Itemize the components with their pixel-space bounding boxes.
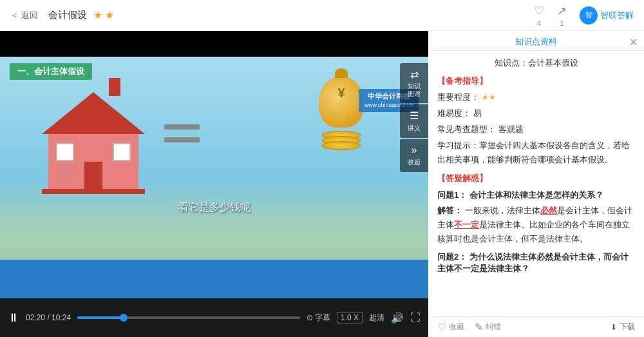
collect-label: 收藏 [449, 322, 464, 332]
answer-section-title: 【答疑解惑】 [437, 173, 635, 184]
error-label: 纠错 [486, 322, 501, 332]
speed-value: 1.0 X [341, 313, 359, 322]
avatar: 智 [580, 6, 598, 24]
share-button[interactable]: ↗ 1 [557, 4, 567, 27]
prepare-section-title: 【备考指导】 [437, 75, 635, 87]
coin-3 [322, 141, 361, 150]
collapse-button[interactable]: » 收起 [400, 139, 428, 172]
time-display: 02:20 / 10:24 [26, 313, 71, 322]
volume-button[interactable]: 🔊 [391, 312, 404, 324]
quality-value: 超清 [369, 313, 384, 322]
q2-question: 问题2： 为什么说法律主体必然是会计主体，而会计主体不一定是法律主体？ [437, 251, 635, 274]
back-label: 返回 [21, 10, 38, 21]
download-label: 下载 [620, 322, 635, 332]
collect-icon: ♡ [437, 321, 446, 333]
current-time: 02:20 [26, 313, 45, 322]
handout-button[interactable]: ☰ 讲义 [400, 104, 428, 138]
share-icon: ↗ [557, 4, 567, 18]
scene-background: 一、会计主体假设 [0, 57, 428, 260]
house-body-icon [48, 134, 138, 189]
footer-actions: ♡ 收藏 ✎ 纠错 [437, 321, 501, 333]
a1-highlight-1: 必然 [540, 206, 557, 215]
download-button[interactable]: ⬇ 下载 [611, 322, 635, 332]
user-profile[interactable]: 智 智联答解 [580, 6, 634, 24]
difficulty-row: 难易度： 易 [437, 107, 635, 120]
header: ＜ 返回 会计假设 ★ ★ ♡ 4 ↗ 1 智 智联答解 [0, 0, 644, 31]
house-chimney-icon [109, 78, 120, 96]
coin-stack-illustration: ¥ [319, 76, 364, 150]
video-subtitle: 看它是多少钱呢 [178, 201, 251, 215]
handout-label: 讲义 [408, 124, 421, 133]
play-pause-button[interactable]: ⏸ [8, 311, 19, 325]
house-side-stripe-left [56, 166, 74, 171]
scene-chapter-label: 一、会计主体假设 [10, 63, 92, 80]
video-area[interactable]: 一、会计主体假设 [0, 31, 428, 298]
q1-text: 会计主体和法律主体是怎样的关系？ [469, 190, 603, 200]
panel-tabs: 知识点资料 [428, 31, 644, 51]
progress-handle[interactable] [120, 314, 128, 322]
back-button[interactable]: ＜ 返回 [10, 10, 38, 21]
study-hint: 学习提示：掌握会计四大基本假设各自的含义，若给出相关事项，能够判断符合哪项会计基… [437, 139, 635, 167]
video-controls-bar: ⏸ 02:20 / 10:24 ⊙ 字幕 1.0 X 超清 🔊 [0, 298, 428, 337]
house-side-stripe-right [56, 174, 74, 179]
a1-highlight-2: 不一定 [454, 220, 479, 229]
header-right-actions: ♡ 4 ↗ 1 智 智联答解 [534, 4, 634, 27]
speed-button[interactable]: 1.0 X [337, 312, 363, 323]
fullscreen-button[interactable]: ⛶ [410, 312, 421, 323]
rating-stars: ★ ★ [93, 9, 114, 21]
house-roof-icon [42, 92, 145, 134]
equal-sign-icon [164, 124, 200, 142]
knowledge-map-icon: ⇄ [410, 68, 419, 81]
a1-answer: 解答： 一般来说，法律主体必然是会计主体，但会计主体不一定是法律主体。比如企业的… [437, 204, 635, 246]
q1-label: 问题1： [437, 190, 467, 200]
subtitle-button[interactable]: ⊙ 字幕 [307, 313, 330, 323]
video-sidebar: ⇄ 知识图谱 ☰ 讲义 » 收起 [400, 63, 428, 172]
knowledge-map-button[interactable]: ⇄ 知识图谱 [400, 63, 428, 103]
exam-type-row: 常见考查题型： 客观题 [437, 123, 635, 137]
star-1: ★ [93, 9, 102, 21]
error-report-button[interactable]: ✎ 纠错 [475, 321, 501, 333]
collapse-label: 收起 [408, 158, 421, 167]
video-top-bar [0, 31, 428, 57]
difficulty-value: 易 [473, 108, 482, 118]
like-count: 4 [537, 19, 541, 27]
house-illustration [42, 92, 145, 194]
panel-content-subtitle: 知识点：会计基本假设 [437, 57, 635, 69]
q1-question: 问题1： 会计主体和法律主体是怎样的关系？ [437, 189, 635, 201]
quality-button[interactable]: 超清 [369, 313, 384, 323]
difficulty-label: 难易度： [437, 108, 471, 118]
exam-type-value: 客观题 [498, 124, 524, 134]
a1-label: 解答： [437, 206, 462, 215]
house-base-icon [42, 189, 145, 194]
importance-row: 重要程度： ★★ [437, 91, 635, 104]
collect-button[interactable]: ♡ 收藏 [437, 321, 464, 333]
house-window-left-icon [56, 143, 74, 161]
right-panel: ✕ 知识点资料 知识点：会计基本假设 【备考指导】 重要程度： ★★ 难易度： … [428, 31, 644, 337]
importance-stars: ★★ [482, 93, 496, 102]
q2-label: 问题2： [437, 252, 467, 262]
panel-close-button[interactable]: ✕ [629, 36, 638, 48]
total-time: 10:24 [52, 313, 71, 322]
progress-fill [77, 316, 124, 319]
a1-normal-1: 一般来说，法律主体 [465, 206, 540, 215]
share-count: 1 [560, 19, 564, 27]
avatar-text: 智 [585, 10, 592, 20]
house-window-right-icon [113, 143, 131, 161]
user-label: 智联答解 [600, 10, 634, 21]
error-icon: ✎ [475, 321, 483, 333]
page-title: 会计假设 [48, 9, 87, 21]
main-content: 一、会计主体假设 [0, 31, 644, 337]
house-group [42, 92, 145, 194]
knowledge-map-label: 知识图谱 [408, 82, 421, 98]
scene-shadow [0, 240, 428, 260]
collapse-icon: » [412, 144, 417, 156]
subtitle-label: 字幕 [315, 313, 330, 323]
like-button[interactable]: ♡ 4 [534, 4, 544, 27]
exam-type-label: 常见考查题型： [437, 124, 496, 134]
video-scene: 一、会计主体假设 [0, 57, 428, 260]
progress-bar[interactable] [77, 316, 300, 319]
panel-footer: ♡ 收藏 ✎ 纠错 ⬇ 下载 [428, 316, 644, 337]
video-container: 一、会计主体假设 [0, 31, 428, 337]
handout-icon: ☰ [410, 110, 419, 122]
knowledge-tab[interactable]: 知识点资料 [515, 36, 557, 48]
